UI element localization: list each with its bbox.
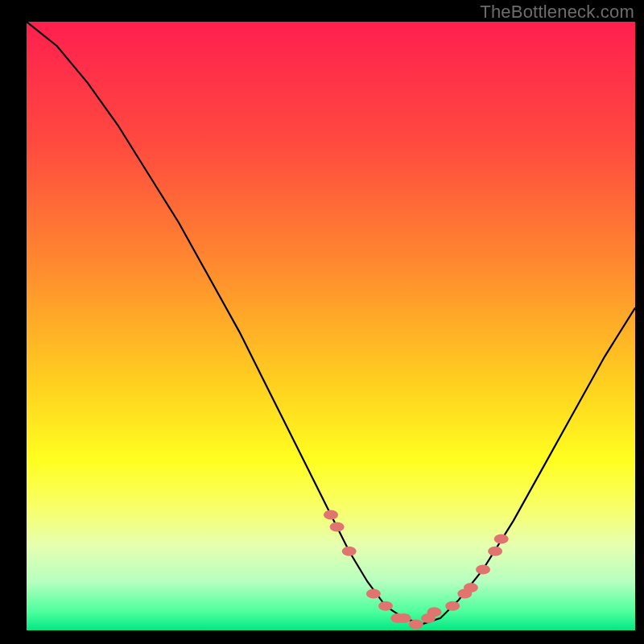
attribution-text: TheBottleneck.com (480, 2, 634, 23)
data-marker (409, 619, 423, 629)
chart-container: TheBottleneck.com (0, 0, 644, 644)
data-marker (494, 535, 509, 544)
gradient-background (27, 22, 635, 630)
data-marker (366, 589, 381, 599)
data-marker (397, 613, 411, 623)
data-marker (464, 583, 478, 592)
data-marker (445, 601, 460, 611)
plot-area (27, 22, 635, 630)
data-marker (342, 547, 357, 556)
data-marker (330, 522, 345, 532)
data-marker (488, 547, 502, 556)
chart-svg (27, 22, 635, 630)
data-marker (378, 601, 393, 611)
data-marker (476, 564, 490, 574)
data-marker (324, 510, 338, 519)
data-marker (427, 607, 442, 617)
